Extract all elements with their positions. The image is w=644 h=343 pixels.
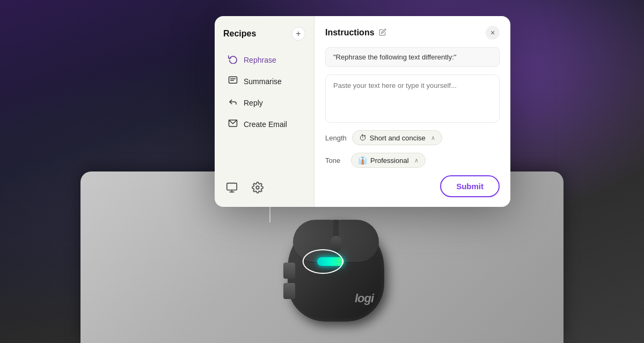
rephrase-label: Rephrase <box>244 56 276 64</box>
create-email-label: Create Email <box>244 120 287 129</box>
recipe-item-summarise[interactable]: Summarise <box>223 71 305 92</box>
instructions-panel: Instructions × "Rephrase the following t… <box>314 16 510 207</box>
recipes-panel: Recipes + Rephrase Summarise <box>215 16 314 207</box>
tone-label: Tone <box>325 156 346 165</box>
close-button[interactable]: × <box>486 26 500 40</box>
recipes-add-button[interactable]: + <box>291 27 305 41</box>
length-option-row: Length ⏱ Short and concise ∧ <box>325 130 500 145</box>
length-value: Short and concise <box>370 134 426 142</box>
recipe-item-rephrase[interactable]: Rephrase <box>223 49 305 71</box>
mouse-body: logi <box>288 220 384 322</box>
reply-icon <box>228 97 238 109</box>
reply-label: Reply <box>244 99 263 107</box>
edit-icon[interactable] <box>379 28 386 38</box>
tone-pill[interactable]: 👔 Professional ∧ <box>351 153 426 168</box>
length-icon: ⏱ <box>359 133 367 142</box>
instructions-title: Instructions <box>325 28 386 38</box>
recipes-title: Recipes <box>223 29 256 39</box>
tone-icon: 👔 <box>358 156 367 165</box>
recipes-header: Recipes + <box>223 27 305 41</box>
mouse-side-button-2 <box>283 283 295 299</box>
ui-panel: Recipes + Rephrase Summarise <box>215 16 510 207</box>
submit-row: Submit <box>325 175 500 197</box>
settings-icon-button[interactable] <box>249 179 266 196</box>
recipe-item-create-email[interactable]: Create Email <box>223 114 305 135</box>
mouse-right-button <box>339 220 379 263</box>
mouse-circle-indicator <box>303 249 343 274</box>
mouse-scroll-wheel <box>331 236 341 252</box>
prompt-badge: "Rephrase the following text differently… <box>325 47 500 67</box>
text-input-area[interactable] <box>325 74 500 123</box>
mouse: logi <box>266 214 406 322</box>
logi-brand: logi <box>355 292 374 305</box>
recipe-item-reply[interactable]: Reply <box>223 92 305 114</box>
summarise-label: Summarise <box>244 77 282 86</box>
tone-chevron: ∧ <box>414 157 419 164</box>
create-email-icon <box>228 118 238 130</box>
length-label: Length <box>325 134 347 142</box>
instructions-header: Instructions × <box>325 26 500 40</box>
svg-point-7 <box>256 186 259 189</box>
svg-rect-4 <box>227 183 237 190</box>
rephrase-icon <box>228 54 238 66</box>
summarise-icon <box>228 76 238 87</box>
monitor-icon-button[interactable] <box>223 179 240 196</box>
tone-option-row: Tone 👔 Professional ∧ <box>325 153 500 168</box>
tone-value: Professional <box>370 156 409 165</box>
instructions-title-text: Instructions <box>325 28 375 38</box>
length-pill[interactable]: ⏱ Short and concise ∧ <box>352 130 442 145</box>
mouse-side-button-1 <box>283 263 295 279</box>
recipes-footer <box>223 168 305 196</box>
length-chevron: ∧ <box>431 135 435 141</box>
submit-button[interactable]: Submit <box>440 175 500 197</box>
